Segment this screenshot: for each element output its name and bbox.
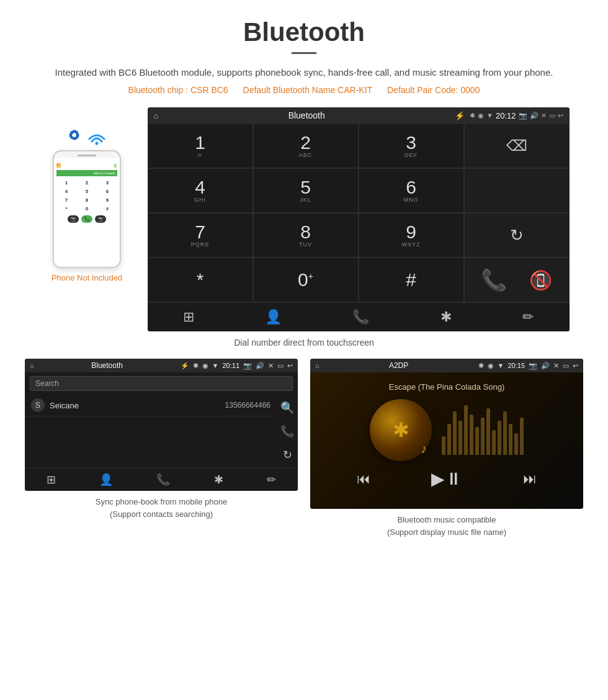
key-8[interactable]: 8 TUV xyxy=(253,213,359,258)
key-3[interactable]: 3 DEF xyxy=(359,123,464,168)
pb-nav-phone[interactable]: 📞 xyxy=(156,473,170,487)
key-9[interactable]: 9 WXYZ xyxy=(359,213,464,258)
pb-bottom-nav: ⊞ 👤 📞 ✱ ✏ xyxy=(25,468,298,491)
eq-bar xyxy=(509,424,512,455)
nav-settings-icon[interactable]: ✏ xyxy=(522,309,534,325)
key-2[interactable]: 2 ABC xyxy=(253,123,359,168)
bt-code-spec: Default Pair Code: 0000 xyxy=(387,85,480,95)
pb-nav-edit[interactable]: ✏ xyxy=(267,473,276,487)
key-4[interactable]: 4 GHI xyxy=(148,168,253,213)
phone-image: 📶🔋 Add to Contacts 123 456 789 *0# 📷 📞 📷 xyxy=(53,150,121,268)
key-5[interactable]: 5 JKL xyxy=(253,168,359,213)
phone-keypad: 123 456 789 *0# xyxy=(56,179,117,213)
pb-contacts-list: S Seicane 13566664466 xyxy=(25,395,277,468)
play-button[interactable]: ▶⏸ xyxy=(431,469,462,489)
nav-bt-icon[interactable]: ✱ xyxy=(440,309,452,325)
eq-bar xyxy=(464,405,468,455)
dial-usb-icon: ⚡ xyxy=(455,111,465,120)
music-caption: Bluetooth music compatible (Support disp… xyxy=(387,514,506,538)
eq-bar xyxy=(447,424,451,455)
music-song-title: Escape (The Pina Colada Song) xyxy=(389,382,504,392)
eq-bar xyxy=(470,415,473,455)
bt-icon-blue: ⭘ xyxy=(66,126,83,145)
music-home-icon[interactable]: ⌂ xyxy=(315,362,320,369)
eq-bar xyxy=(520,418,524,455)
phone-add-contacts: Add to Contacts xyxy=(56,170,117,176)
prev-button[interactable]: ⏮ xyxy=(357,471,370,487)
pb-usb-icon: ⚡ xyxy=(181,362,189,370)
pb-nav-contacts[interactable]: 👤 xyxy=(99,473,113,487)
pb-search-icon[interactable]: 🔍 xyxy=(280,401,294,415)
music-controls: ⏮ ▶⏸ ⏭ xyxy=(320,461,573,493)
bt-name-spec: Default Bluetooth Name CAR-KIT xyxy=(243,85,373,95)
eq-bar xyxy=(492,430,496,455)
delete-key[interactable]: ⌫ xyxy=(464,123,570,168)
pb-home-icon[interactable]: ⌂ xyxy=(30,362,34,369)
call-green-key[interactable]: 📞 📵 xyxy=(464,258,570,302)
eq-bar xyxy=(498,421,501,455)
key-star[interactable]: * xyxy=(148,258,253,302)
bottom-screenshots: ⌂ Bluetooth ⚡ ✱◉▼ 20:11 📷🔊✕▭↩ Search S S… xyxy=(0,359,608,538)
refresh-key[interactable]: ↻ xyxy=(464,213,570,258)
eq-bar xyxy=(442,436,445,455)
page-title: Bluetooth xyxy=(0,0,608,52)
phone-camera-btn: 📷 xyxy=(68,215,79,223)
dial-time: 20:12 xyxy=(496,111,516,120)
dial-screen: ⌂ Bluetooth ⚡ ✱◉▼ 20:12 📷🔊✕▭↩ 1 ∞ 2 ABC … xyxy=(148,107,570,331)
phonebook-caption: Sync phone-book from mobile phone (Suppo… xyxy=(96,496,227,520)
pb-time: 20:11 xyxy=(222,362,239,369)
eq-bar xyxy=(503,411,507,455)
phone-not-included-label: Phone Not Included xyxy=(51,273,122,282)
key-6[interactable]: 6 MNO xyxy=(359,168,464,213)
pb-side-icons: 🔍 📞 ↻ xyxy=(277,395,298,468)
nav-keypad-icon[interactable]: ⊞ xyxy=(183,309,194,325)
music-title: A2DP xyxy=(323,361,475,370)
music-body: Escape (The Pina Colada Song) ✱ ♪ ⏮ ▶⏸ ⏭ xyxy=(310,372,583,509)
pb-contact-item[interactable]: S Seicane 13566664466 xyxy=(25,395,277,416)
dial-caption: Dial number direct from touchscreen xyxy=(0,338,608,348)
phone-call-btn: 📞 xyxy=(81,215,92,223)
phonebook-frame: ⌂ Bluetooth ⚡ ✱◉▼ 20:11 📷🔊✕▭↩ Search S S… xyxy=(25,359,298,491)
subtitle-text: Integrated with BC6 Bluetooth module, su… xyxy=(0,65,608,80)
phone-end-btn: 📷 xyxy=(95,215,106,223)
main-screen-section: ⭘ 📶🔋 Add to Contacts 123 456 789 *0# xyxy=(0,107,608,331)
svg-point-0 xyxy=(95,142,98,145)
next-button[interactable]: ⏭ xyxy=(523,471,537,487)
eq-bar xyxy=(514,433,518,455)
pb-search-row: Search xyxy=(25,372,298,395)
pb-status-bar: ⌂ Bluetooth ⚡ ✱◉▼ 20:11 📷🔊✕▭↩ xyxy=(25,359,298,372)
pb-title: Bluetooth xyxy=(38,361,177,370)
pb-nav-bt[interactable]: ✱ xyxy=(214,473,223,487)
bt-album-icon: ✱ xyxy=(393,418,409,442)
phonebook-screenshot: ⌂ Bluetooth ⚡ ✱◉▼ 20:11 📷🔊✕▭↩ Search S S… xyxy=(19,359,304,538)
dial-status-bar: ⌂ Bluetooth ⚡ ✱◉▼ 20:12 📷🔊✕▭↩ xyxy=(148,107,570,123)
nav-contacts-icon[interactable]: 👤 xyxy=(265,309,282,325)
eq-bar xyxy=(475,427,479,455)
music-content-row: ✱ ♪ xyxy=(320,399,573,461)
pb-search-box[interactable]: Search xyxy=(30,376,293,391)
eq-bar xyxy=(458,421,462,455)
specs-line: Bluetooth chip : CSR BC6 Default Bluetoo… xyxy=(0,85,608,95)
dial-bluetooth-title: Bluetooth xyxy=(163,110,450,120)
keypad-empty-1 xyxy=(464,168,570,213)
key-0[interactable]: 0+ xyxy=(253,258,359,302)
music-time: 20:15 xyxy=(507,362,525,369)
key-hash[interactable]: # xyxy=(359,258,464,302)
eq-bar xyxy=(453,411,457,455)
pb-refresh-icon[interactable]: ↻ xyxy=(283,448,292,462)
key-1[interactable]: 1 ∞ xyxy=(148,123,253,168)
nav-phone-icon[interactable]: 📞 xyxy=(352,309,369,325)
eq-bar xyxy=(481,418,485,455)
dial-status-icons: ✱◉▼ 20:12 📷🔊✕▭↩ xyxy=(470,111,563,120)
pb-content-row: S Seicane 13566664466 🔍 📞 ↻ xyxy=(25,395,298,468)
pb-call-icon[interactable]: 📞 xyxy=(280,424,294,438)
wifi-signal-icon xyxy=(86,127,108,145)
pb-nav-keypad[interactable]: ⊞ xyxy=(47,473,56,487)
pb-contact-number: 13566664466 xyxy=(225,401,270,410)
key-7[interactable]: 7 PQRS xyxy=(148,213,253,258)
music-screen-frame: ⌂ A2DP ✱◉▼ 20:15 📷🔊✕▭↩ Escape (The Pina … xyxy=(310,359,583,509)
note-icon: ♪ xyxy=(421,442,427,456)
dial-home-icon[interactable]: ⌂ xyxy=(154,111,159,120)
album-art: ✱ ♪ xyxy=(370,399,432,461)
eq-bar xyxy=(486,408,490,455)
